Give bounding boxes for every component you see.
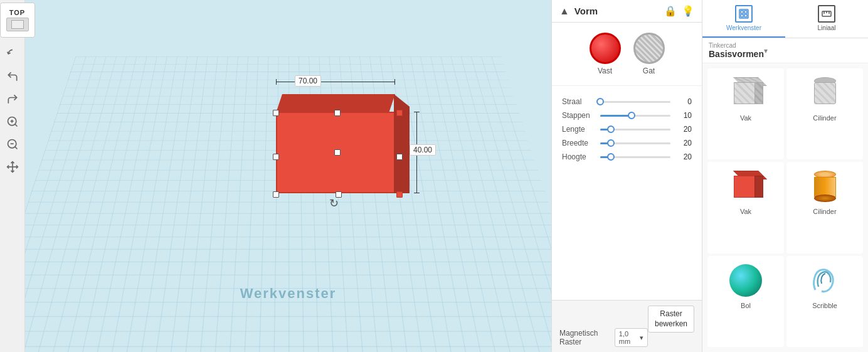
svg-rect-13: [744, 14, 747, 17]
gat-label: Gat: [643, 67, 655, 75]
vast-icon: [590, 33, 621, 64]
hoogte-row: Hoogte 20: [562, 152, 692, 161]
cyl-striped-preview: [803, 74, 847, 112]
shape-label-scribble: Scribble: [812, 302, 837, 309]
brand-label: Tinkercad: [709, 42, 764, 49]
vorm-bottom: Rasterbewerken Magnetisch Raster 1,0 mm …: [552, 300, 702, 352]
dimension-width-label: 70.00: [295, 75, 321, 87]
shape-label-vak-1: Vak: [740, 114, 751, 122]
svg-rect-12: [741, 14, 743, 17]
tab-liniaal[interactable]: Liniaal: [785, 0, 868, 38]
shape-item-bol[interactable]: Bol: [707, 256, 784, 347]
top-view-label: TOP: [9, 9, 25, 16]
handle-top-center[interactable]: [334, 110, 341, 116]
straal-thumb[interactable]: [596, 98, 604, 105]
hoogte-slider-container[interactable]: [600, 156, 670, 158]
handle-bottom-right[interactable]: [396, 191, 403, 198]
liniaal-tab-label: Liniaal: [818, 24, 836, 31]
vorm-panel: ▲ Vorm 🔒 💡 Vast Gat Straal 0: [551, 0, 702, 352]
raster-bewerken-button[interactable]: Rasterbewerken: [648, 306, 694, 333]
straal-slider[interactable]: [600, 101, 670, 103]
vast-label: Vast: [598, 67, 612, 75]
svg-line-3: [14, 124, 17, 127]
handle-bottom-left[interactable]: [273, 191, 279, 198]
params-section: Straal 0 Stappen 10 Lengte: [552, 86, 702, 300]
stappen-value: 10: [674, 111, 692, 120]
category-dropdown-icon[interactable]: ▾: [764, 46, 862, 55]
rotate-icon[interactable]: [3, 44, 23, 64]
raster-value: 1,0 mm: [619, 330, 638, 345]
handle-center[interactable]: [334, 149, 341, 156]
vorm-collapse-icon[interactable]: ▲: [559, 6, 569, 17]
liniaal-tab-icon: [818, 5, 835, 23]
viewport[interactable]: Werkvenster 70.00 40.00 ↻: [25, 0, 551, 352]
cube-red-side: [754, 176, 763, 198]
cyl-striped-shape: [809, 77, 840, 109]
handle-middle-left[interactable]: [273, 154, 279, 160]
shape-item-vak-red[interactable]: Vak: [707, 162, 784, 253]
shape-label-cilinder-1: Cilinder: [813, 114, 836, 122]
lengte-row: Lengte 20: [562, 125, 692, 134]
svg-rect-10: [741, 11, 743, 13]
zoom-out-icon[interactable]: [3, 134, 23, 154]
cyl-orange-preview: [803, 168, 847, 205]
tab-werkvenster[interactable]: Werkvenster: [702, 0, 785, 38]
vast-button[interactable]: Vast: [590, 33, 621, 75]
shapes-panel: Werkvenster Liniaal Tinkercad Basisvorme…: [702, 0, 868, 352]
raster-value-input[interactable]: 1,0 mm ▾: [615, 328, 648, 347]
scribble-preview: [803, 262, 847, 299]
vorm-title: Vorm: [574, 6, 659, 16]
cyl-orange-bottom: [814, 195, 836, 202]
handle-middle-right[interactable]: [396, 154, 403, 160]
lengte-value: 20: [674, 125, 692, 134]
undo-icon[interactable]: [3, 67, 23, 87]
redo-icon[interactable]: [3, 89, 23, 109]
stappen-slider-container[interactable]: [600, 115, 670, 117]
stappen-track: [600, 115, 632, 117]
shapes-category: Tinkercad Basisvormen ▾: [702, 38, 868, 63]
rotate-handle[interactable]: ↻: [329, 196, 339, 210]
cube-striped-shape: [729, 77, 763, 109]
lengte-thumb[interactable]: [607, 125, 615, 133]
straal-label: Straal: [562, 97, 596, 106]
handle-top-right[interactable]: [396, 110, 403, 116]
left-toolbar: TOP: [0, 0, 25, 352]
3d-object-container[interactable]: 70.00 40.00 ↻: [263, 94, 395, 195]
shape-item-cilinder-striped[interactable]: Cilinder: [786, 68, 863, 159]
werkvenster-tab-label: Werkvenster: [726, 24, 761, 31]
shape-item-scribble[interactable]: Scribble: [786, 256, 863, 347]
zoom-in-icon[interactable]: [3, 112, 23, 132]
stappen-thumb[interactable]: [628, 112, 635, 119]
shape-label-bol: Bol: [741, 302, 751, 309]
light-icon[interactable]: 💡: [682, 5, 694, 17]
gat-button[interactable]: Gat: [633, 33, 665, 75]
handle-top-left[interactable]: [273, 110, 279, 116]
vorm-header: ▲ Vorm 🔒 💡: [552, 0, 702, 23]
move-icon[interactable]: [3, 157, 23, 177]
breedte-value: 20: [674, 139, 692, 147]
cube-side: [754, 82, 763, 104]
lock-icon[interactable]: 🔒: [664, 5, 677, 17]
scribble-shape: [808, 265, 842, 296]
shape-item-vak-striped[interactable]: Vak: [707, 68, 784, 159]
straal-value: 0: [674, 97, 692, 106]
shape-item-cilinder-orange[interactable]: Cilinder: [786, 162, 863, 253]
breedte-slider-container[interactable]: [600, 142, 670, 144]
lengte-slider-container[interactable]: [600, 129, 670, 131]
shapes-grid: Vak Cilinder Vak: [702, 63, 868, 352]
dimension-height-label: 40.00: [410, 144, 436, 156]
straal-slider-container[interactable]: [600, 101, 670, 103]
breedte-slider[interactable]: [600, 142, 670, 144]
cyl-orange-shape: [809, 171, 840, 202]
magnetisch-raster-label: Magnetisch Raster: [559, 329, 615, 346]
3d-shape[interactable]: ↻: [263, 94, 395, 195]
breedte-thumb[interactable]: [607, 139, 615, 147]
lengte-slider[interactable]: [600, 129, 670, 131]
hoogte-slider[interactable]: [600, 156, 670, 158]
cyl-body: [814, 82, 836, 104]
hoogte-thumb[interactable]: [607, 153, 615, 161]
stappen-slider[interactable]: [600, 115, 670, 117]
stappen-label: Stappen: [562, 111, 596, 120]
raster-dropdown-icon[interactable]: ▾: [640, 334, 643, 342]
top-view-button[interactable]: TOP: [0, 3, 35, 38]
